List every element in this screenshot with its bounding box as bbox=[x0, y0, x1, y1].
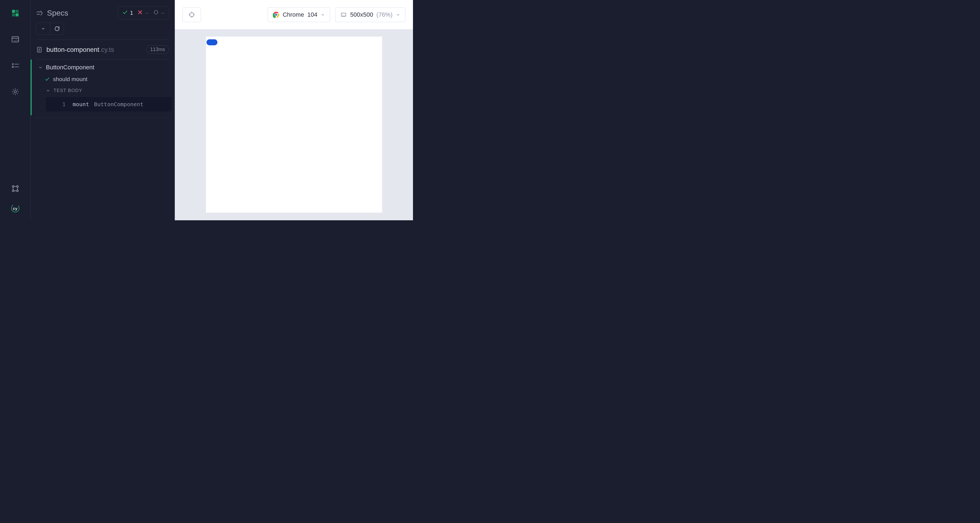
specs-arrow-icon bbox=[36, 10, 43, 17]
cypress-logo-icon[interactable]: cy bbox=[10, 203, 21, 214]
command-name: mount bbox=[73, 101, 89, 108]
aut-viewport-wrap bbox=[175, 30, 413, 220]
aut-panel: Chrome 104 500x500 (76%) bbox=[175, 0, 413, 220]
chevron-down-icon bbox=[38, 65, 43, 70]
chevron-down-icon bbox=[396, 13, 400, 17]
svg-point-10 bbox=[12, 67, 13, 68]
nav-rail: </> cy bbox=[0, 0, 30, 220]
check-icon bbox=[45, 77, 50, 82]
command-index: 1 bbox=[62, 101, 68, 108]
refresh-button[interactable] bbox=[50, 23, 64, 34]
svg-point-32 bbox=[189, 13, 194, 17]
chrome-icon bbox=[273, 11, 279, 18]
aut-viewport bbox=[206, 36, 382, 212]
test-body-row[interactable]: TEST BODY bbox=[32, 85, 175, 96]
browser-name: Chrome bbox=[283, 11, 304, 18]
refresh-icon bbox=[54, 26, 60, 32]
run-controls bbox=[36, 23, 64, 35]
spec-ext: .cy.ts bbox=[99, 46, 114, 53]
svg-point-27 bbox=[154, 10, 158, 14]
viewport-selector[interactable]: 500x500 (76%) bbox=[335, 7, 405, 22]
svg-text:cy: cy bbox=[13, 206, 18, 211]
svg-rect-2 bbox=[12, 13, 15, 16]
specs-nav-icon[interactable]: </> bbox=[10, 34, 21, 45]
test-row[interactable]: should mount bbox=[32, 73, 175, 85]
reporter-header: Specs 1 -- -- bbox=[30, 0, 175, 19]
reporter-subheader bbox=[30, 19, 175, 40]
specs-title: Specs bbox=[36, 9, 113, 17]
spec-duration: 113ms bbox=[146, 45, 169, 54]
command-arg: ButtonComponent bbox=[94, 101, 143, 108]
check-icon bbox=[123, 10, 128, 16]
crosshair-icon bbox=[188, 11, 195, 18]
test-body-label: TEST BODY bbox=[54, 88, 82, 94]
ruler-icon bbox=[340, 11, 347, 18]
runs-nav-icon[interactable] bbox=[10, 60, 21, 71]
x-icon bbox=[137, 10, 143, 16]
logo-icon[interactable] bbox=[10, 8, 21, 19]
suite-name: ButtonComponent bbox=[46, 64, 94, 71]
svg-rect-1 bbox=[16, 10, 19, 13]
spec-filename: button-component bbox=[46, 46, 99, 53]
stat-failed: -- bbox=[137, 10, 149, 16]
pending-count: -- bbox=[161, 10, 164, 16]
command-row[interactable]: 1 mount ButtonComponent bbox=[46, 97, 172, 111]
viewport-scale: (76%) bbox=[376, 11, 393, 18]
selector-playground-button[interactable] bbox=[183, 7, 201, 22]
svg-rect-3 bbox=[16, 13, 19, 16]
svg-point-12 bbox=[14, 90, 16, 93]
suite-block: ButtonComponent should mount TEST BODY 1… bbox=[30, 60, 175, 115]
rendered-component-button[interactable] bbox=[207, 39, 217, 45]
svg-text:</>: </> bbox=[14, 39, 19, 42]
reporter-panel: Specs 1 -- -- bbox=[30, 0, 175, 220]
pending-icon bbox=[153, 10, 159, 16]
stat-passed: 1 bbox=[123, 10, 133, 16]
browser-selector[interactable]: Chrome 104 bbox=[268, 7, 330, 22]
divider bbox=[36, 118, 169, 118]
chevron-down-icon bbox=[321, 13, 325, 17]
run-dropdown-button[interactable] bbox=[36, 23, 50, 34]
suite-title-row[interactable]: ButtonComponent bbox=[32, 60, 175, 73]
test-title: should mount bbox=[53, 76, 88, 82]
viewport-size: 500x500 bbox=[350, 11, 373, 18]
stat-pending: -- bbox=[153, 10, 164, 16]
spec-file-row[interactable]: button-component.cy.ts 113ms bbox=[30, 40, 175, 59]
chevron-down-icon bbox=[46, 89, 50, 93]
failed-count: -- bbox=[145, 10, 149, 16]
file-icon bbox=[36, 46, 43, 53]
chevron-down-icon bbox=[41, 27, 45, 31]
aut-header: Chrome 104 500x500 (76%) bbox=[175, 0, 413, 30]
keyboard-shortcuts-icon[interactable] bbox=[10, 183, 21, 194]
svg-rect-0 bbox=[12, 10, 15, 13]
settings-nav-icon[interactable] bbox=[10, 86, 21, 97]
browser-version: 104 bbox=[307, 11, 317, 18]
specs-title-text: Specs bbox=[47, 9, 68, 17]
stats-box: 1 -- -- bbox=[118, 6, 169, 19]
passed-count: 1 bbox=[130, 10, 133, 16]
